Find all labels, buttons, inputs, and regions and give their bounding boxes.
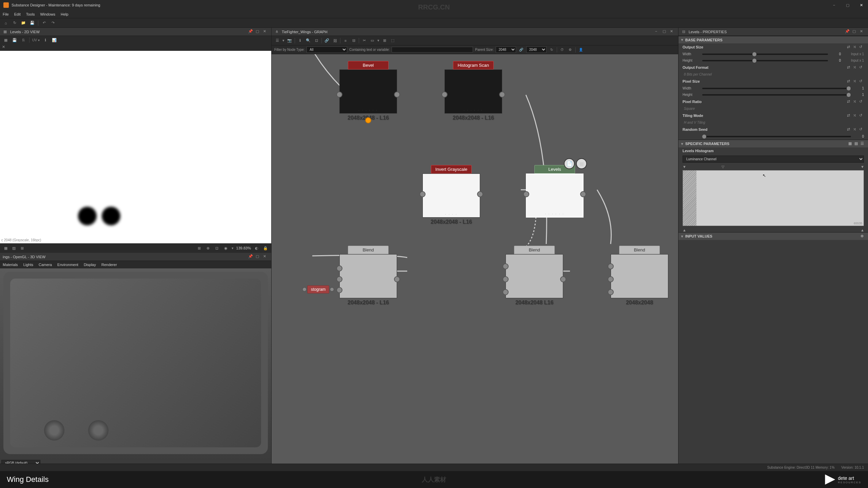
view3d-camera[interactable]: Camera (39, 263, 52, 267)
menu-help[interactable]: Help (61, 12, 68, 16)
specific-parameters-section[interactable]: ▾ SPECIFIC PARAMETERS ▦ ▤ ☰ (678, 140, 868, 147)
timing-icon[interactable]: ⏱ (559, 47, 565, 53)
node-invert-grayscale[interactable]: Invert Grayscale . . . . 2048x2048 - L16 (422, 165, 480, 225)
histogram-top-marker-mid[interactable]: ▽ (722, 165, 725, 168)
view-icon[interactable]: ▦ (576, 158, 587, 169)
unlink-icon[interactable]: ⛓ (332, 38, 338, 44)
levels-histogram[interactable]: ↖ 65535 (683, 170, 864, 226)
node-histogram-scan[interactable]: Histogram Scan . . . . . . 2048x2048 - L… (445, 61, 502, 121)
output-port[interactable] (394, 276, 400, 282)
link-icon[interactable]: ⇄ (847, 127, 852, 132)
menu-windows[interactable]: Windows (40, 12, 55, 16)
input-port[interactable] (336, 276, 342, 282)
distribute-icon[interactable]: ⊟ (351, 38, 357, 44)
tab-close-icon[interactable]: ✕ (2, 45, 7, 49)
lock-icon[interactable]: 🔒 (262, 245, 269, 251)
refresh-graph-icon[interactable]: ↻ (549, 47, 555, 53)
input-port[interactable] (336, 287, 342, 293)
input-port[interactable] (502, 276, 509, 282)
menu-edit[interactable]: Edit (14, 12, 21, 16)
preset-icon[interactable]: ▦ (848, 141, 853, 146)
histogram-bottom-marker-left[interactable]: ▲ (683, 228, 686, 231)
close-panel-icon[interactable]: ✕ (263, 254, 269, 260)
histogram-top-marker-left[interactable]: ▼ (683, 165, 686, 168)
document-icon[interactable]: 📄 (564, 158, 575, 169)
options-icon[interactable]: ◐ (254, 245, 260, 251)
input-port[interactable] (502, 289, 509, 295)
tile-icon[interactable]: ⊞ (19, 245, 25, 251)
close-panel-icon[interactable]: ✕ (263, 29, 269, 35)
menu-icon[interactable]: ☰ (861, 141, 865, 146)
reset-icon[interactable]: ↺ (859, 45, 864, 49)
maximize-panel-icon[interactable]: ▢ (256, 254, 261, 260)
reset-icon[interactable]: ↺ (859, 113, 864, 118)
pin-icon[interactable]: 📌 (845, 29, 850, 35)
view2d-canvas[interactable]: c 2048 (Grayscale, 16bpc) (0, 51, 271, 243)
copy-icon[interactable]: ⎘ (20, 37, 26, 43)
output-port[interactable] (394, 92, 400, 98)
input-port[interactable] (608, 263, 614, 269)
frame-icon[interactable]: ▭ (369, 38, 375, 44)
node-blend[interactable]: Blend 2048x2048 - L16 (339, 246, 397, 306)
px-height-slider[interactable] (702, 94, 851, 96)
sync-icon[interactable]: ⤭ (853, 113, 858, 118)
pin-icon[interactable]: 📌 (248, 29, 254, 35)
node-blend[interactable]: Blend 2048x2048 (611, 246, 668, 306)
search-icon[interactable]: 🔍 (305, 38, 311, 44)
view3d-renderer[interactable]: Renderer (101, 263, 117, 267)
maximize-panel-icon[interactable]: ▢ (852, 29, 858, 35)
input-port[interactable] (502, 263, 509, 269)
fit-icon[interactable]: ⊡ (214, 245, 220, 251)
profile-icon[interactable]: 👤 (578, 47, 584, 53)
link-icon[interactable]: ⇄ (847, 79, 852, 84)
parent-size-select[interactable]: 2048 (496, 46, 516, 53)
sync-icon[interactable]: ⤭ (853, 99, 858, 104)
input-values-section[interactable]: ▾ INPUT VALUES ⊕ (678, 232, 868, 240)
pin-icon[interactable]: 📌 (248, 254, 254, 260)
output-port[interactable] (330, 287, 334, 292)
cut-icon[interactable]: ✂ (361, 38, 367, 44)
sync-icon[interactable]: ⤭ (853, 127, 858, 132)
link-icon[interactable]: ⇄ (847, 99, 852, 104)
input-port[interactable] (608, 276, 614, 282)
view3d-environment[interactable]: Environment (57, 263, 78, 267)
maximize-panel-icon[interactable]: ▢ (663, 29, 668, 35)
histogram-top-marker-right[interactable]: ▼ (861, 165, 864, 168)
channel-select[interactable]: Luminance Channel (683, 156, 864, 163)
sync-icon[interactable]: ⤭ (853, 65, 858, 70)
sync-icon[interactable]: ⤭ (853, 45, 858, 49)
menu-icon[interactable]: ☰ (274, 38, 280, 44)
folder-icon[interactable]: 📁 (20, 20, 26, 26)
input-port[interactable] (336, 265, 342, 271)
camera-icon[interactable]: 📷 (287, 38, 293, 44)
base-parameters-section[interactable]: ▾ BASE PARAMETERS (678, 36, 868, 43)
menu-tools[interactable]: Tools (26, 12, 35, 16)
close-button[interactable]: ✕ (858, 2, 865, 8)
settings-icon[interactable]: ⚙ (567, 47, 573, 53)
input-port[interactable] (302, 287, 307, 292)
output-port[interactable] (560, 276, 566, 282)
reset-icon[interactable]: ↺ (859, 65, 864, 70)
search-input[interactable] (392, 47, 473, 53)
input-port[interactable] (336, 92, 342, 98)
info-tool-icon[interactable]: ℹ (297, 38, 303, 44)
input-port[interactable] (441, 92, 448, 98)
reset-icon[interactable]: ↺ (859, 79, 864, 84)
reset-icon[interactable]: ↺ (859, 99, 864, 104)
info-icon[interactable]: ℹ (42, 37, 48, 43)
close-panel-icon[interactable]: ✕ (860, 29, 865, 35)
output-port[interactable] (477, 191, 483, 197)
node-bevel[interactable]: Bevel . . . . . . 2048x2048 - L16 (339, 61, 397, 121)
node-blend[interactable]: Blend 2048x2048 L16 (506, 246, 563, 306)
save-icon[interactable]: 💾 (29, 20, 35, 26)
redo-icon[interactable]: ↷ (50, 20, 56, 26)
link-icon[interactable]: ⇄ (847, 113, 852, 118)
select-icon[interactable]: ⬚ (390, 38, 396, 44)
zoom-actual-icon[interactable]: ◉ (223, 245, 229, 251)
param-port[interactable] (365, 117, 371, 123)
save-view-icon[interactable]: 💾 (12, 37, 18, 43)
new-icon[interactable]: ▦ (3, 37, 9, 43)
view3d-lights[interactable]: Lights (23, 263, 33, 267)
close-panel-icon[interactable]: ✕ (670, 29, 675, 35)
size-select[interactable]: 2048 (526, 46, 547, 53)
